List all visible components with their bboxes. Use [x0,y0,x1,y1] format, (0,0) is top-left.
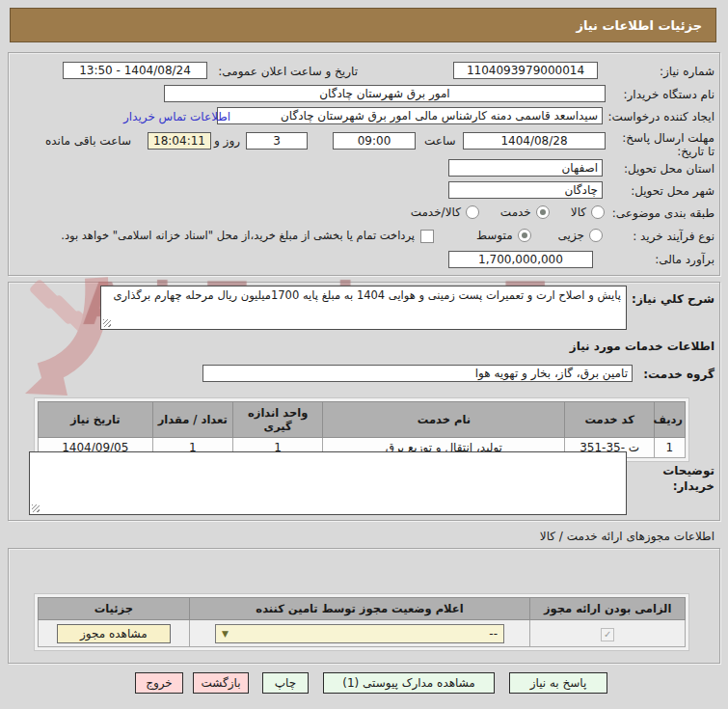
radio-service-icon[interactable] [536,205,550,219]
radio-goods-service-icon[interactable] [466,205,479,219]
deadline-date-field[interactable]: 1404/08/28 [463,132,606,150]
radio-goods[interactable]: کالا [571,205,605,219]
licenses-table-header-row: الزامی بودن ارائه مجوز اعلام وضعیت مجوز … [39,598,686,620]
services-table: ردیف کد خدمت نام خدمت واحد اندازه گیری ت… [38,401,686,458]
deadline-label: مهلت ارسال پاسخ: تا تاریخ: [616,131,715,158]
buyer-contact-link[interactable]: اطلاعات تماس خریدار [123,110,230,123]
deadline-time-field[interactable]: 09:00 [333,132,416,150]
licenses-table: الزامی بودن ارائه مجوز اعلام وضعیت مجوز … [38,597,686,647]
col-need-date: تاریخ نیاز [39,402,153,438]
col-quantity: تعداد / مقدار [152,402,232,438]
radio-partial-icon[interactable] [589,229,603,242]
col-license-required: الزامی بودن ارائه مجوز [530,598,686,620]
buyer-org-field[interactable]: امور برق شهرستان چادگان [164,85,606,102]
col-service-code: کد خدمت [565,402,654,438]
treasury-checkbox-icon[interactable] [420,230,434,243]
subject-class-radiogroup: کالا خدمت کالا/خدمت [411,205,605,219]
col-license-status: اعلام وضعیت مجوز توسط تامین کننده [189,598,530,620]
col-service-name: نام خدمت [323,402,565,438]
deadline-hour-label: ساعت [424,134,456,148]
city-label: شهر محل تحویل: [631,184,715,198]
need-desc-label: شرح كلي نياز: [632,292,715,306]
need-details-window: AriaTender.neT جزئیات اطلاعات نیاز شماره… [0,0,728,709]
hours-remaining-label: ساعت باقی مانده [45,134,131,148]
radio-service-label: خدمت [500,205,531,219]
buyer-notes-textarea[interactable] [29,451,627,515]
services-table-header-row: ردیف کد خدمت نام خدمت واحد اندازه گیری ت… [39,402,686,438]
radio-service[interactable]: خدمت [500,205,550,219]
radio-medium-label: متوسط [476,229,513,242]
col-unit: واحد اندازه گیری [232,402,322,438]
col-row-number: ردیف [654,402,685,438]
remaining-time-field: 18:04:11 [148,132,211,150]
subject-class-label: طبقه بندی موضوعی: [612,206,715,220]
buyer-notes-label: توضیحات خریدار: [637,463,715,494]
service-group-field[interactable]: تامین برق، گاز، بخار و تهویه هوا [202,365,633,382]
view-attachments-button[interactable]: مشاهده مدارک پیوستی (1) [323,672,495,694]
process-type-radiogroup: جزیی متوسط [476,229,603,242]
license-status-cell: -- ▼ [189,620,530,647]
announce-datetime-field[interactable]: 1404/08/24 - 13:50 [63,62,207,79]
days-and-label: روز و [214,134,240,148]
chevron-down-icon: ▼ [222,629,229,639]
process-type-label: نوع فرآیند خرید : [633,230,715,243]
need-number-field[interactable]: 1104093979000014 [453,62,598,79]
license-required-cell: ✓ [530,620,686,647]
resize-handle-icon[interactable] [103,319,111,327]
resize-handle-icon[interactable] [32,504,40,512]
need-number-label: شماره نیاز: [660,65,715,78]
cell-row-number: 1 [654,438,685,458]
back-button[interactable]: بازگشت [193,672,249,694]
radio-goods-label: کالا [571,205,586,219]
province-field[interactable]: اصفهان [448,159,603,177]
view-license-button[interactable]: مشاهده مجوز [57,624,171,643]
radio-partial[interactable]: جزیی [558,229,603,242]
license-status-value: -- [489,627,498,641]
city-field[interactable]: چادگان [448,181,603,199]
services-section-header: اطلاعات خدمات مورد نیاز [570,340,715,353]
license-required-checkbox-icon: ✓ [601,628,614,641]
treasury-checkbox-row[interactable]: پرداخت تمام یا بخشی از مبلغ خرید،از محل … [25,229,434,243]
buyer-org-label: نام دستگاه خریدار: [624,88,715,101]
request-creator-field[interactable]: سیداسعد قاسمی دمنه کارشناس مالی امور برق… [217,107,603,124]
province-label: استان محل تحویل: [624,162,715,176]
radio-goods-icon[interactable] [591,205,605,219]
need-desc-textarea[interactable]: پایش و اصلاح ارت و تعمیرات پست زمینی و ه… [100,286,627,330]
radio-medium-icon[interactable] [518,229,531,242]
licenses-section-header: اطلاعات مجوزهای ارائه خدمت / کالا [540,530,715,543]
print-button[interactable]: چاپ [262,672,309,694]
license-details-cell: مشاهده مجوز [39,620,190,647]
remaining-days-field[interactable]: 3 [246,132,308,150]
licenses-table-panel: الزامی بودن ارائه مجوز اعلام وضعیت مجوز … [34,593,689,651]
treasury-checkbox-label: پرداخت تمام یا بخشی از مبلغ خرید،از محل … [61,229,415,242]
radio-partial-label: جزیی [558,229,584,242]
radio-goods-service-label: کالا/خدمت [411,205,461,219]
license-row: ✓ -- ▼ مشاهده مجوز [39,620,686,647]
estimate-label: برآورد مالی: [655,253,715,266]
announce-datetime-label: تاریخ و ساعت اعلان عمومی: [218,65,358,78]
need-desc-text: پایش و اصلاح ارت و تعمیرات پست زمینی و ه… [113,288,621,302]
radio-goods-service[interactable]: کالا/خدمت [411,205,479,219]
service-group-label: گروه خدمت: [643,368,715,381]
request-creator-label: ایجاد کننده درخواست: [607,110,715,123]
col-license-details: جزئیات [39,598,190,620]
license-status-dropdown[interactable]: -- ▼ [215,624,504,643]
exit-button[interactable]: خروج [135,672,183,694]
estimate-field[interactable]: 1,700,000,000 [448,251,593,268]
respond-to-need-button[interactable]: پاسخ به نیاز [509,672,607,694]
radio-medium[interactable]: متوسط [476,229,531,242]
page-title: جزئیات اطلاعات نیاز [10,8,716,42]
